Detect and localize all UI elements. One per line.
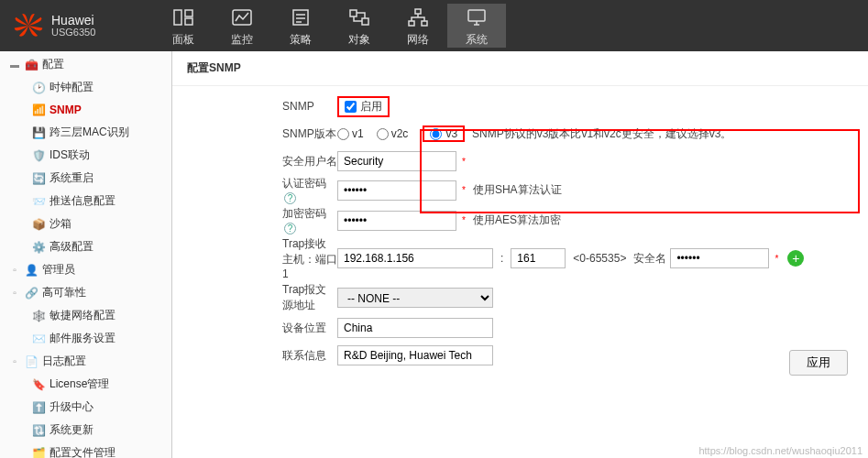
huawei-logo-icon [13, 12, 44, 39]
sidebar-item-l3mac[interactable]: 💾跨三层MAC识别 [0, 121, 171, 144]
sidebar-item-advanced[interactable]: ⚙️高级配置 [0, 235, 171, 258]
brand-name: Huawei [51, 14, 95, 27]
gear-icon: ⚙️ [31, 240, 46, 255]
sidebar-item-admin[interactable]: ▫👤管理员 [0, 258, 171, 281]
sidebar: ▬ 🧰 配置 🕑时钟配置 📶SNMP 💾跨三层MAC识别 🛡️IDS联动 🔄系统… [0, 51, 172, 458]
expand-icon[interactable]: ▫ [9, 288, 20, 298]
log-icon: 📄 [24, 354, 38, 369]
agile-icon: 🕸️ [31, 309, 46, 323]
update-icon: 🔃 [31, 423, 46, 438]
svg-rect-10 [468, 10, 485, 21]
snmp-icon: 📶 [31, 103, 46, 117]
sidebar-item-ids[interactable]: 🛡️IDS联动 [0, 144, 171, 167]
brand-model: USG6350 [51, 27, 95, 38]
label-trap-host: Trap接收主机：端口1 [191, 236, 337, 280]
monitor-icon [230, 7, 254, 27]
auth-hint: 使用SHA算法认证 [473, 182, 562, 198]
v3-hint: SNMP协议的v3版本比v1和v2c更安全，建议选择v3。 [472, 126, 731, 142]
sidebar-item-mail[interactable]: ✉️邮件服务设置 [0, 327, 171, 350]
svg-rect-6 [362, 18, 368, 25]
svg-rect-5 [350, 10, 357, 16]
required-icon: * [462, 157, 466, 167]
sandbox-icon: 📦 [31, 217, 46, 232]
svg-rect-0 [174, 10, 181, 25]
add-trap-button[interactable]: + [787, 250, 804, 267]
sidebar-item-upgrade[interactable]: ⬆️升级中心 [0, 396, 171, 419]
required-icon: * [462, 185, 466, 195]
nav-dashboard[interactable]: 面板 [154, 4, 213, 48]
enc-pwd-input[interactable] [337, 211, 456, 231]
sidebar-item-sandbox[interactable]: 📦沙箱 [0, 213, 171, 235]
content: 配置SNMP SNMP 启用 SNMP版本 v1 v2c v3 [172, 51, 868, 458]
sidebar-item-cfgfile[interactable]: 🗂️配置文件管理 [0, 442, 171, 458]
expand-icon[interactable]: ▫ [9, 265, 20, 275]
label-auth-pwd: 认证密码 [282, 177, 326, 190]
user-icon: 👤 [24, 263, 38, 278]
folder-icon: 🧰 [24, 58, 38, 72]
push-icon: 📨 [31, 194, 46, 209]
collapse-icon[interactable]: ▬ [9, 60, 20, 70]
help-icon[interactable]: ? [284, 192, 296, 204]
sidebar-item-log[interactable]: ▫📄日志配置 [0, 350, 171, 373]
help-icon[interactable]: ? [284, 223, 296, 234]
upgrade-icon: ⬆️ [31, 400, 46, 415]
ha-icon: 🔗 [24, 286, 38, 300]
label-trap-src: Trap报文源地址 [191, 282, 337, 313]
svg-rect-9 [422, 21, 427, 26]
page-title: 配置SNMP [172, 51, 868, 86]
sidebar-item-config[interactable]: ▬ 🧰 配置 [0, 53, 171, 76]
enc-hint: 使用AES算法加密 [473, 213, 561, 228]
layers-icon: 💾 [31, 125, 46, 140]
nav-object[interactable]: 对象 [330, 4, 389, 48]
sec-user-input[interactable] [337, 151, 456, 171]
sec-name-label: 安全名 [633, 251, 666, 267]
enable-label: 启用 [360, 99, 382, 114]
svg-rect-1 [185, 10, 192, 16]
nav-monitor[interactable]: 监控 [213, 4, 271, 48]
sidebar-item-restart[interactable]: 🔄系统重启 [0, 167, 171, 190]
sidebar-item-snmp[interactable]: 📶SNMP [0, 99, 171, 121]
sidebar-item-push[interactable]: 📨推送信息配置 [0, 190, 171, 213]
top-navbar: Huawei USG6350 面板 监控 策略 对象 网络 系统 [0, 0, 868, 51]
radio-v2c[interactable] [377, 128, 389, 140]
sidebar-item-agile[interactable]: 🕸️敏捷网络配置 [0, 304, 171, 327]
policy-icon [289, 7, 313, 27]
trap-port-input[interactable] [511, 248, 566, 268]
expand-icon[interactable]: ▫ [9, 356, 20, 366]
svg-rect-2 [185, 18, 192, 25]
mail-icon: ✉️ [31, 332, 46, 346]
label-snmp: SNMP [191, 100, 337, 113]
trap-src-select[interactable]: -- NONE -- [337, 288, 493, 308]
apply-button[interactable]: 应用 [789, 350, 848, 376]
auth-pwd-input[interactable] [337, 180, 456, 201]
contact-input[interactable] [337, 345, 493, 365]
restart-icon: 🔄 [31, 171, 46, 186]
nav-network[interactable]: 网络 [389, 4, 447, 48]
clock-icon: 🕑 [31, 81, 46, 95]
label-contact: 联系信息 [191, 348, 337, 364]
trap-secname-input[interactable] [670, 248, 769, 268]
license-icon: 🔖 [31, 377, 46, 392]
footer-link: https://blog.csdn.net/wushaoqiu2011 [698, 445, 863, 456]
nav-policy[interactable]: 策略 [271, 4, 330, 48]
nav-system[interactable]: 系统 [447, 4, 506, 48]
svg-rect-7 [415, 9, 421, 14]
sidebar-item-update[interactable]: 🔃系统更新 [0, 419, 171, 442]
shield-icon: 🛡️ [31, 148, 46, 163]
sidebar-item-license[interactable]: 🔖License管理 [0, 373, 171, 396]
location-input[interactable] [337, 318, 493, 338]
file-icon: 🗂️ [31, 446, 46, 459]
sidebar-item-ha[interactable]: ▫🔗高可靠性 [0, 281, 171, 304]
snmp-enable-checkbox[interactable] [345, 101, 357, 113]
sidebar-item-clock[interactable]: 🕑时钟配置 [0, 76, 171, 99]
port-range: <0-65535> [573, 252, 626, 265]
system-icon [465, 7, 489, 27]
required-icon: * [462, 215, 466, 225]
object-icon [347, 7, 371, 27]
required-icon: * [775, 254, 778, 264]
radio-v1[interactable] [337, 128, 349, 140]
trap-host-input[interactable] [337, 248, 493, 268]
radio-v3[interactable] [430, 128, 442, 140]
label-version: SNMP版本 [191, 126, 337, 142]
label-location: 设备位置 [191, 321, 337, 336]
